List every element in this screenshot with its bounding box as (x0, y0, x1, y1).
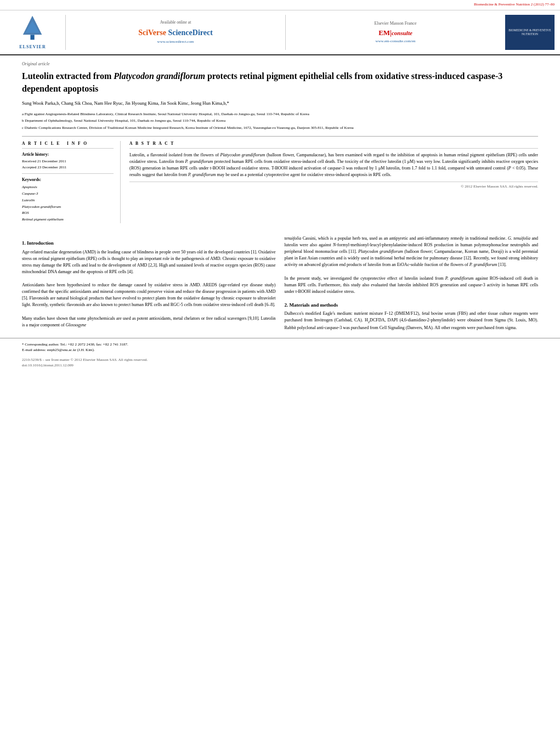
sciverse-url[interactable]: www.sciencedirect.com (157, 39, 194, 45)
sciverse-logo: SciVerse ScienceDirect (138, 27, 213, 38)
elsevier-logo-block: ELSEVIER (5, 15, 66, 50)
affiliation-a: a Fight against Angiogenesis-Related Bli… (22, 111, 538, 117)
received-date: Received 21 December 2011 (22, 159, 114, 165)
svg-rect-0 (30, 35, 34, 39)
article-main-header: Original article Luteolin extracted from… (0, 55, 560, 229)
journal-top-name: Biomedicine & Preventive Nutrition 2 (20… (474, 2, 555, 8)
section1-left-text: Age-related macular degeneration (AMD) i… (22, 249, 276, 275)
logos-bar: ELSEVIER Available online at SciVerse Sc… (0, 10, 560, 55)
abstract-text: Luteolin, a flavonoid isolated from the … (129, 152, 538, 178)
issn-line: 2210-5239/$ – see front matter © 2012 El… (0, 358, 560, 369)
section2-text: Dulbecco's modified Eagle's medium: nutr… (285, 310, 539, 331)
body-left-col: 1. Introduction Age-related macular dege… (22, 235, 276, 331)
section1-left-text3: Many studies have shown that some phytoc… (22, 315, 276, 329)
section1-left-text2: Antioxidants have been hypothesized to r… (22, 282, 276, 308)
section1-right-text2: In the present study, we investigated th… (285, 275, 539, 295)
accepted-date: Accepted 23 December 2011 (22, 165, 114, 171)
article-info-col: A R T I C L E I N F O Article history: R… (22, 141, 121, 223)
article-info-header: A R T I C L E I N F O (22, 141, 114, 149)
affiliation-b: b Department of Ophthalmology, Seoul Nat… (22, 118, 538, 124)
biomedicine-badge: BIOMEDICINE & PREVENTIVE NUTRITION (505, 15, 555, 50)
elsevier-label: ELSEVIER (19, 44, 46, 50)
affiliation-c: c Diabetic Complications Research Center… (22, 125, 538, 131)
section1-right-text: tenuifolia Cassini, which is a popular h… (285, 235, 539, 268)
doi-text[interactable]: doi:10.1016/j.bionut.2011.12.009 (22, 363, 538, 369)
available-online-text: Available online at (160, 20, 191, 26)
journal-header: Biomedicine & Preventive Nutrition 2 (20… (0, 0, 560, 10)
authors-line: Sung Wook Parka,b, Chang Sik Choa, Nam H… (22, 100, 538, 107)
elsevier-tree-icon (16, 15, 49, 42)
abstract-col: A B S T R A C T Luteolin, a flavonoid is… (129, 141, 538, 223)
issn-text: 2210-5239/$ – see front matter © 2012 El… (22, 358, 538, 363)
email-footnote: E-mail address: steph25@snu.ac.kr (J.H. … (22, 347, 538, 353)
section1-title: 1. Introduction (22, 240, 276, 247)
sciverse-block: Available online at SciVerse ScienceDire… (66, 15, 286, 50)
body-right-col: tenuifolia Cassini, which is a popular h… (285, 235, 539, 331)
article-title: Luteolin extracted from Platycodon grand… (22, 70, 538, 95)
corresponding-author: * Corresponding author. Tel.: +82 2 2072… (22, 342, 538, 348)
abstract-header: A B S T R A C T (129, 141, 538, 149)
badge-title: BIOMEDICINE & PREVENTIVE NUTRITION (507, 29, 552, 36)
em-url[interactable]: www.em-consulte.com/en (375, 39, 415, 44)
elsevier-masson-block: Elsevier Masson France EM|consulte www.e… (286, 15, 505, 50)
affiliations: a Fight against Angiogenesis-Related Bli… (22, 111, 538, 137)
article-type-label: Original article (22, 61, 538, 67)
body-content: 1. Introduction Age-related macular dege… (0, 235, 560, 331)
em-logo: EM|consulte (378, 28, 412, 38)
article-info-abstract-cols: A R T I C L E I N F O Article history: R… (22, 141, 538, 223)
keywords-label: Keywords: (22, 177, 114, 183)
keywords-list: Apoptosis Caspase-3 Luteolin Platycodon … (22, 184, 114, 223)
history-label: Article history: (22, 152, 114, 158)
footnote-bar: * Corresponding author. Tel.: +82 2 2072… (0, 338, 560, 353)
elsevier-masson-label: Elsevier Masson France (375, 20, 417, 26)
section2-title: 2. Materials and methods (285, 302, 539, 309)
abstract-copyright: © 2012 Elsevier Masson SAS. All rights r… (129, 182, 538, 190)
